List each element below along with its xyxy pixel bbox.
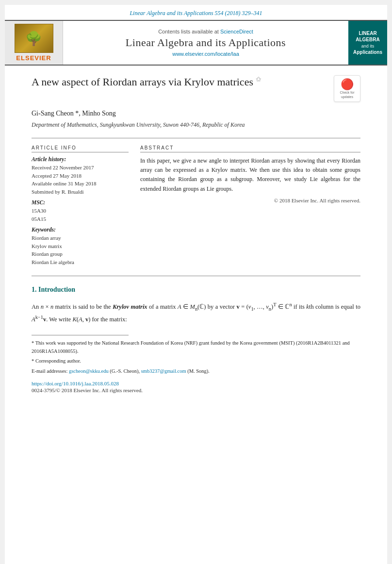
elsevier-logo: ELSEVIER xyxy=(5,21,63,65)
divider-1 xyxy=(32,138,360,138)
intro-paragraph-1: An n × n matrix is said to be the Krylov… xyxy=(32,300,360,325)
journal-citation: Linear Algebra and its Applications 554 … xyxy=(130,10,262,17)
page: Linear Algebra and its Applications 554 … xyxy=(5,5,387,564)
email-1-link[interactable]: gscheon@skku.edu xyxy=(69,368,109,374)
footnote-email: E-mail addresses: gscheon@skku.edu (G.-S… xyxy=(32,367,360,376)
article-title: A new aspect of Riordan arrays via Krylo… xyxy=(32,75,261,89)
affiliation: Department of Mathematics, Sungkyunkwan … xyxy=(32,120,360,129)
journal-header: Linear Algebra and its Applications 554 … xyxy=(5,5,387,20)
email-2-link[interactable]: smb3237@gmail.com xyxy=(141,368,186,374)
check-icon: 🔴 xyxy=(341,78,354,91)
msc-2: 05A15 xyxy=(32,215,129,223)
introduction-heading: 1. Introduction xyxy=(32,286,360,294)
science-direct-link[interactable]: ScienceDirect xyxy=(220,29,253,34)
keyword-1: Riordan array xyxy=(32,234,129,242)
footnote-star: * This work was supported by the Nationa… xyxy=(32,339,360,356)
banner-url: www.elsevier.com/locate/laa xyxy=(172,51,239,57)
history-title: Article history: xyxy=(32,156,129,162)
banner-journal-title: Linear Algebra and its Applications xyxy=(126,36,286,49)
two-column-section: Article Info Article history: Received 2… xyxy=(32,145,360,266)
authors: Gi-Sang Cheon *, Minho Song xyxy=(32,110,360,117)
available-date: Available online 31 May 2018 xyxy=(32,180,129,188)
elsevier-graphic xyxy=(15,24,53,53)
check-for-updates-badge: 🔴 Check for updates xyxy=(334,75,360,102)
article-info-column: Article Info Article history: Received 2… xyxy=(32,145,129,266)
abstract-label: Abstract xyxy=(140,145,360,152)
footnote-corresponding: * Corresponding author. xyxy=(32,357,360,365)
msc-1: 15A30 xyxy=(32,207,129,215)
footer-copyright: 0024-3795/© 2018 Elsevier Inc. All right… xyxy=(32,387,360,393)
received-date: Received 22 November 2017 xyxy=(32,164,129,172)
banner-right-logo: LINEARALGEBRAand itsApplications xyxy=(348,21,387,65)
accepted-date: Accepted 27 May 2018 xyxy=(32,172,129,180)
title-star: ✩ xyxy=(256,76,261,83)
submitted-by: Submitted by R. Brualdi xyxy=(32,188,129,196)
keyword-2: Krylov matrix xyxy=(32,242,129,250)
footnote-divider xyxy=(32,335,129,335)
science-direct-text: Contents lists available at ScienceDirec… xyxy=(158,29,253,34)
article-body: A new aspect of Riordan arrays via Krylo… xyxy=(5,75,387,393)
keywords-title: Keywords: xyxy=(32,227,129,232)
journal-banner: ELSEVIER Contents lists available at Sci… xyxy=(5,20,387,66)
keyword-3: Riordan group xyxy=(32,250,129,258)
abstract-column: Abstract In this paper, we give a new an… xyxy=(140,145,360,266)
check-badge-label: Check for updates xyxy=(334,91,360,99)
article-info-label: Article Info xyxy=(32,145,129,152)
msc-title: MSC: xyxy=(32,199,129,205)
abstract-copyright: © 2018 Elsevier Inc. All rights reserved… xyxy=(140,198,360,203)
divider-2 xyxy=(32,276,360,276)
banner-center: Contents lists available at ScienceDirec… xyxy=(63,21,348,65)
elsevier-wordmark: ELSEVIER xyxy=(16,54,51,62)
abstract-text: In this paper, we give a new angle to in… xyxy=(140,156,360,194)
banner-right-title: LINEARALGEBRAand itsApplications xyxy=(353,30,382,56)
doi-link[interactable]: https://doi.org/10.1016/j.laa.2018.05.02… xyxy=(32,381,360,386)
keyword-4: Riordan Lie algebra xyxy=(32,258,129,266)
article-title-section: A new aspect of Riordan arrays via Krylo… xyxy=(32,75,360,102)
